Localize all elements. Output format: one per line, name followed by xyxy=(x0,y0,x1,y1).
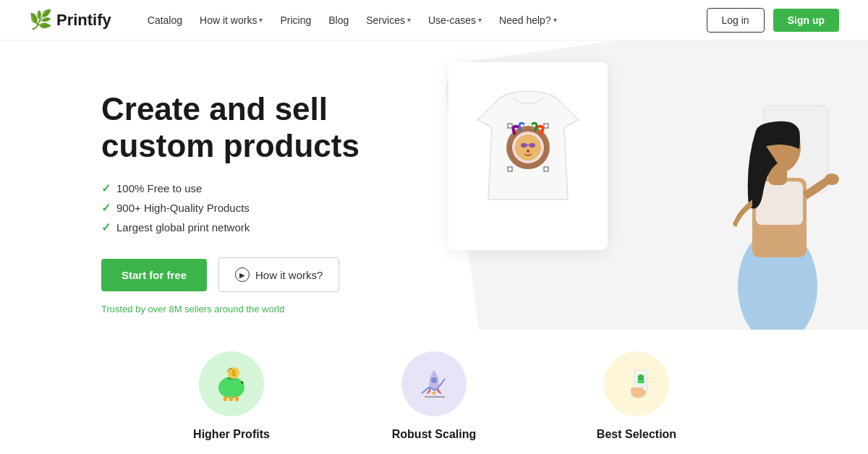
person-figure xyxy=(651,48,839,330)
features-section: $ Higher Profits xyxy=(0,330,868,454)
svg-rect-9 xyxy=(521,143,527,147)
best-selection-icon xyxy=(604,351,669,416)
chevron-down-icon: ▾ xyxy=(478,16,482,24)
hero-title: Create and sell custom products xyxy=(101,91,434,164)
chevron-down-icon: ▾ xyxy=(553,16,557,24)
higher-profits-icon: $ xyxy=(199,351,264,416)
svg-point-28 xyxy=(241,381,243,383)
hero-visual xyxy=(434,77,839,330)
navbar: 🌿 Printify Catalog How it works ▾ Pricin… xyxy=(0,0,868,40)
nav-pricing[interactable]: Pricing xyxy=(273,10,318,30)
play-icon: ▶ xyxy=(235,267,250,282)
svg-point-29 xyxy=(431,377,437,383)
logo-icon: 🌿 xyxy=(29,9,52,31)
tshirt-svg xyxy=(463,84,593,228)
check-icon: ✓ xyxy=(101,220,111,234)
nav-blog[interactable]: Blog xyxy=(321,10,356,30)
nav-catalog[interactable]: Catalog xyxy=(140,10,190,30)
check-icon: ✓ xyxy=(101,201,111,215)
feature-card-higher-profits: $ Higher Profits xyxy=(174,351,289,441)
svg-rect-34 xyxy=(637,380,644,382)
feature-network: ✓ Largest global print network xyxy=(101,220,434,234)
svg-rect-23 xyxy=(224,396,227,401)
hero-content: Create and sell custom products ✓ 100% F… xyxy=(101,77,434,314)
svg-point-20 xyxy=(218,377,244,398)
svg-rect-24 xyxy=(229,396,233,401)
best-selection-label: Best Selection xyxy=(597,428,676,441)
brand-name: Printify xyxy=(56,11,111,30)
robust-scaling-icon xyxy=(401,351,467,416)
tshirt-mockup xyxy=(448,62,608,250)
feature-card-best-selection: Best Selection xyxy=(579,351,694,441)
svg-text:$: $ xyxy=(231,369,236,377)
hero-features: ✓ 100% Free to use ✓ 900+ High-Quality P… xyxy=(101,181,434,234)
logo-link[interactable]: 🌿 Printify xyxy=(29,9,111,31)
svg-rect-25 xyxy=(235,396,239,401)
signup-button[interactable]: Sign up xyxy=(773,9,839,32)
chevron-down-icon: ▾ xyxy=(259,16,263,24)
feature-products: ✓ 900+ High-Quality Products xyxy=(101,201,434,215)
hero-section: Create and sell custom products ✓ 100% F… xyxy=(0,40,868,330)
login-button[interactable]: Log in xyxy=(707,8,765,33)
nav-actions: Log in Sign up xyxy=(707,8,839,33)
hero-buttons: Start for free ▶ How it works? xyxy=(101,257,434,292)
feature-card-robust-scaling: Robust Scaling xyxy=(376,351,492,441)
chevron-down-icon: ▾ xyxy=(407,16,411,24)
nav-use-cases[interactable]: Use-cases ▾ xyxy=(421,10,489,30)
trust-text: Trusted by over 8M sellers around the wo… xyxy=(101,304,434,314)
svg-point-12 xyxy=(527,150,529,153)
higher-profits-label: Higher Profits xyxy=(193,428,270,441)
feature-free: ✓ 100% Free to use xyxy=(101,181,434,195)
nav-services[interactable]: Services ▾ xyxy=(359,10,418,30)
nav-links: Catalog How it works ▾ Pricing Blog Serv… xyxy=(140,10,707,30)
svg-point-19 xyxy=(825,174,839,185)
svg-rect-10 xyxy=(529,143,535,147)
robust-scaling-label: Robust Scaling xyxy=(392,428,476,441)
svg-point-5 xyxy=(515,134,541,160)
check-icon: ✓ xyxy=(101,181,111,195)
start-for-free-button[interactable]: Start for free xyxy=(101,259,207,291)
how-it-works-button[interactable]: ▶ How it works? xyxy=(218,257,339,292)
nav-need-help[interactable]: Need help? ▾ xyxy=(492,10,564,30)
nav-how-it-works[interactable]: How it works ▾ xyxy=(192,10,270,30)
